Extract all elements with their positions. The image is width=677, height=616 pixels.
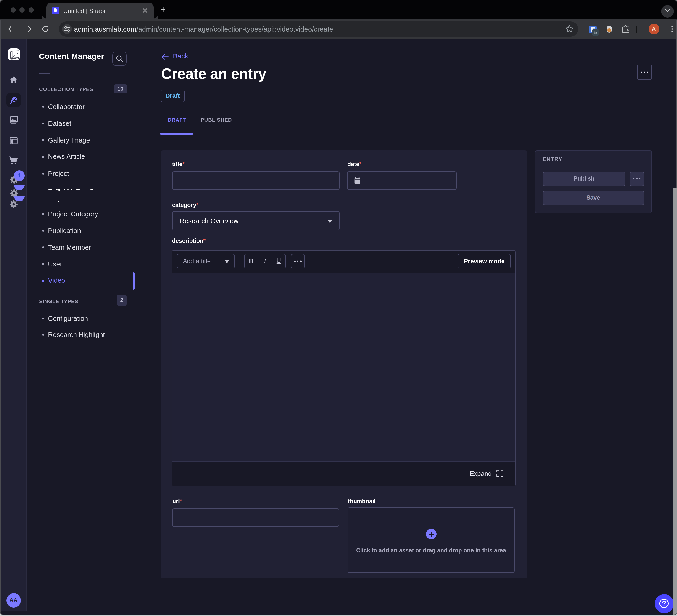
svg-text:5: 5: [594, 30, 596, 35]
